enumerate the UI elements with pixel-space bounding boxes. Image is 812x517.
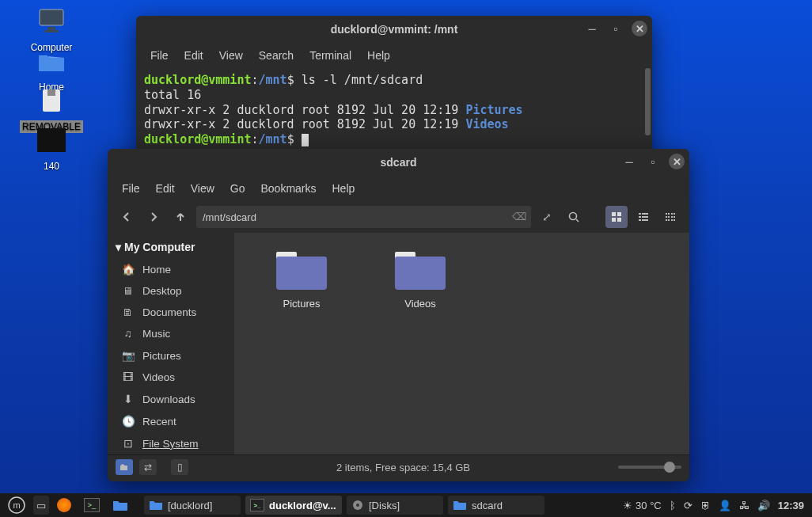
removable-icon bbox=[35, 84, 68, 117]
sidebar-item-downloads[interactable]: ⬇Downloads bbox=[108, 388, 234, 410]
fm-menu-view[interactable]: View bbox=[184, 179, 221, 198]
task-ducklord@v[interactable]: >_ducklord@v... bbox=[245, 496, 342, 515]
weather-indicator[interactable]: ☀ 30 °C bbox=[623, 500, 661, 511]
home-icon: 🏠 bbox=[122, 263, 135, 276]
terminal-window: ducklord@vmmint: /mnt ─ ▫ ✕ FileEditView… bbox=[136, 16, 652, 158]
fm-titlebar[interactable]: sdcard ─ ▫ ✕ bbox=[108, 149, 689, 176]
vid-icon: 🎞 bbox=[122, 371, 135, 383]
close-button[interactable]: ✕ bbox=[669, 154, 685, 169]
launcher-terminal[interactable]: >_ bbox=[79, 496, 104, 515]
terminal-scrollbar[interactable] bbox=[645, 68, 651, 135]
sidebar-item-desktop[interactable]: 🖥Desktop bbox=[108, 280, 234, 302]
sidebar-item-label: Videos bbox=[142, 371, 175, 383]
recent-icon: 🕓 bbox=[122, 415, 135, 428]
terminal-titlebar[interactable]: ducklord@vmmint: /mnt ─ ▫ ✕ bbox=[136, 16, 652, 43]
clear-path-icon[interactable]: ⌫ bbox=[512, 211, 526, 222]
svg-rect-18 bbox=[666, 216, 667, 218]
fm-menu-file[interactable]: File bbox=[116, 179, 146, 198]
toggle-location-button[interactable]: ⤢ bbox=[536, 206, 558, 228]
svg-rect-6 bbox=[612, 212, 616, 216]
svg-rect-12 bbox=[639, 216, 641, 218]
task-sdcard[interactable]: sdcard bbox=[448, 496, 544, 515]
sidebar-item-recent[interactable]: 🕓Recent bbox=[108, 410, 234, 432]
pic-icon: 📷 bbox=[122, 349, 135, 362]
svg-point-5 bbox=[570, 213, 577, 220]
fm-menu-help[interactable]: Help bbox=[326, 179, 362, 198]
sidebar-item-label: Music bbox=[142, 328, 170, 340]
sidebar-item-documents[interactable]: 🗎Documents bbox=[108, 302, 234, 323]
shield-icon[interactable]: ⛨ bbox=[700, 500, 711, 511]
filemanager-window: sdcard ─ ▫ ✕ FileEditViewGoBookmarksHelp… bbox=[108, 149, 689, 481]
sidebar-item-file-system[interactable]: ⊡File System bbox=[108, 432, 234, 454]
sidebar-item-label: Pictures bbox=[142, 350, 181, 362]
maximize-button[interactable]: ▫ bbox=[608, 21, 624, 36]
svg-rect-24 bbox=[671, 216, 673, 218]
svg-rect-0 bbox=[40, 10, 63, 25]
svg-rect-9 bbox=[617, 218, 621, 222]
fm-menu-go[interactable]: Go bbox=[224, 179, 252, 198]
sidebar-heading[interactable]: ▾ My Computer bbox=[108, 236, 234, 258]
path-input[interactable]: /mnt/sdcard ⌫ bbox=[196, 206, 531, 228]
fm-statusbar: 🖿 ⇄ ▯ 2 items, Free space: 15,4 GB bbox=[108, 454, 689, 479]
terminal-menu-terminal[interactable]: Terminal bbox=[303, 46, 358, 65]
network-icon[interactable]: 🖧 bbox=[739, 500, 749, 511]
maximize-button[interactable]: ▫ bbox=[645, 154, 661, 169]
user-icon[interactable]: 👤 bbox=[719, 500, 731, 511]
task-ducklord[interactable]: [ducklord] bbox=[144, 496, 241, 515]
folder-icon bbox=[35, 124, 68, 157]
task-disks[interactable]: [Disks] bbox=[347, 496, 443, 515]
launcher-firefox[interactable] bbox=[52, 496, 76, 515]
terminal-menu-help[interactable]: Help bbox=[361, 46, 397, 65]
close-sidebar-button[interactable]: ▯ bbox=[171, 459, 188, 475]
update-icon[interactable]: ⟳ bbox=[684, 500, 692, 511]
sidebar-item-pictures[interactable]: 📷Pictures bbox=[108, 344, 234, 367]
fm-menu-bookmarks[interactable]: Bookmarks bbox=[254, 179, 322, 198]
fm-content[interactable]: PicturesVideos bbox=[234, 233, 689, 454]
search-button[interactable] bbox=[563, 206, 585, 228]
sidebar-item-videos[interactable]: 🎞Videos bbox=[108, 367, 234, 388]
back-button[interactable] bbox=[116, 206, 138, 228]
dl-icon: ⬇ bbox=[122, 393, 135, 405]
fm-menu-edit[interactable]: Edit bbox=[150, 179, 181, 198]
show-places-button[interactable]: 🖿 bbox=[116, 459, 133, 475]
bluetooth-icon[interactable]: ᛒ bbox=[670, 500, 676, 511]
show-desktop-button[interactable]: ▭ bbox=[33, 496, 49, 515]
sidebar-item-music[interactable]: ♫Music bbox=[108, 323, 234, 344]
up-button[interactable] bbox=[169, 206, 192, 228]
clock[interactable]: 12:39 bbox=[778, 500, 804, 511]
launcher-files[interactable] bbox=[108, 496, 133, 515]
show-tree-button[interactable]: ⇄ bbox=[139, 459, 157, 475]
terminal-menu-edit[interactable]: Edit bbox=[178, 46, 210, 65]
terminal-cursor bbox=[302, 134, 309, 146]
zoom-slider[interactable] bbox=[618, 466, 681, 469]
folder-pictures[interactable]: Pictures bbox=[266, 252, 337, 310]
svg-rect-14 bbox=[639, 219, 641, 221]
svg-rect-11 bbox=[642, 213, 648, 215]
task-label: [Disks] bbox=[369, 500, 400, 511]
forward-button[interactable] bbox=[142, 206, 165, 228]
terminal-menu-file[interactable]: File bbox=[144, 46, 175, 65]
svg-rect-23 bbox=[674, 213, 675, 215]
chevron-down-icon: ▾ bbox=[116, 241, 121, 253]
folder-videos[interactable]: Videos bbox=[385, 252, 456, 310]
computer-icon bbox=[35, 5, 68, 38]
start-menu-button[interactable]: m bbox=[3, 496, 30, 515]
volume-icon[interactable]: 🔊 bbox=[757, 500, 770, 511]
task-label: sdcard bbox=[472, 500, 503, 511]
sidebar-item-home[interactable]: 🏠Home bbox=[108, 258, 234, 280]
doc-icon: 🗎 bbox=[122, 306, 135, 318]
compact-view-button[interactable] bbox=[659, 206, 681, 228]
taskbar: m ▭ >_ [ducklord]>_ducklord@v...[Disks]s… bbox=[0, 493, 812, 517]
minimize-button[interactable]: ─ bbox=[584, 21, 600, 36]
desktop-icon-folder[interactable]: 140 bbox=[16, 124, 87, 173]
close-button[interactable]: ✕ bbox=[632, 21, 647, 36]
svg-rect-2 bbox=[44, 30, 59, 32]
list-view-button[interactable] bbox=[632, 206, 655, 228]
minimize-button[interactable]: ─ bbox=[621, 154, 637, 169]
terminal-menu-view[interactable]: View bbox=[213, 46, 249, 65]
terminal-menu-search[interactable]: Search bbox=[252, 46, 300, 65]
sidebar-item-label: Desktop bbox=[142, 285, 182, 297]
terminal-output[interactable]: ducklord@vmmint:/mnt$ ls -l /mnt/sdcard … bbox=[136, 68, 652, 158]
desktop-icon-label: 140 bbox=[41, 160, 62, 173]
icon-view-button[interactable] bbox=[605, 206, 628, 228]
